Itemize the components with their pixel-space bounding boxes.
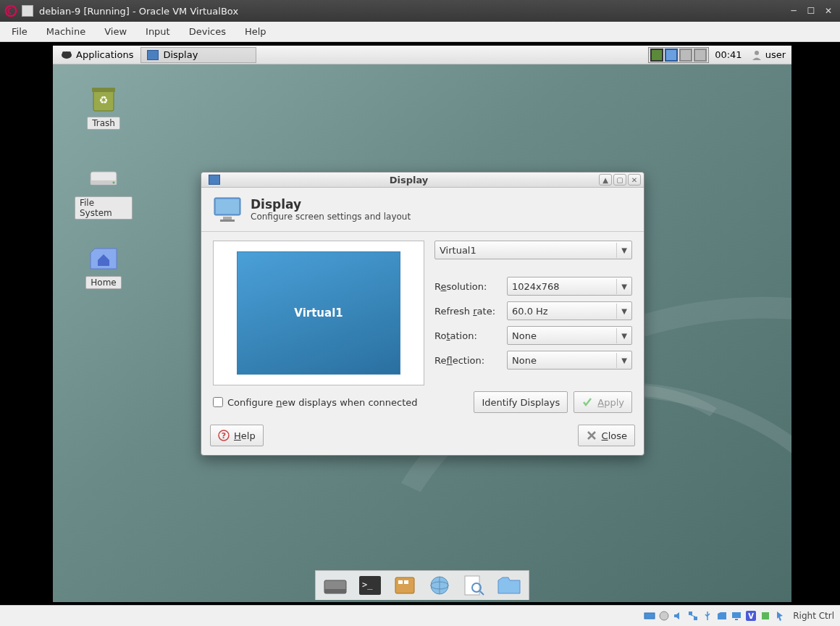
display-settings-dialog: Display ▲ ▢ ✕ Display Configure screen s…: [201, 172, 644, 456]
dialog-maximize-button[interactable]: ▢: [613, 174, 626, 185]
rotation-combo[interactable]: None ▼: [507, 326, 632, 345]
refresh-rate-value: 60.0 Hz: [512, 306, 548, 317]
svg-text:>_: >_: [362, 580, 373, 590]
svg-rect-12: [216, 199, 239, 214]
vb-optical-icon[interactable]: [658, 610, 670, 622]
vb-recording-icon[interactable]: V: [745, 610, 757, 622]
svg-point-10: [113, 182, 115, 184]
debian-logo-icon: [4, 4, 17, 17]
workspace-2[interactable]: [665, 49, 678, 62]
host-menubar: File Machine View Input Devices Help: [0, 22, 840, 42]
vb-display-icon[interactable]: [731, 610, 742, 622]
applications-label: Applications: [76, 49, 133, 60]
desktop-home-icon[interactable]: Home: [75, 241, 133, 289]
dock-terminal[interactable]: >_: [355, 572, 385, 598]
vb-mouse-integration-icon[interactable]: [774, 610, 786, 622]
vb-cpu-icon[interactable]: [760, 610, 771, 622]
workspace-1[interactable]: [650, 49, 663, 62]
menu-machine[interactable]: Machine: [42, 25, 90, 38]
panel-clock[interactable]: 00:41: [710, 49, 746, 60]
vb-shared-folders-icon[interactable]: [716, 610, 728, 622]
dialog-window-title: Display: [219, 175, 599, 185]
workspace-3[interactable]: [679, 49, 692, 62]
chevron-down-icon: ▼: [616, 353, 627, 368]
display-select-combo[interactable]: Virtual1 ▼: [434, 241, 632, 259]
workspace-4[interactable]: [694, 49, 707, 62]
menu-file[interactable]: File: [7, 25, 32, 38]
host-maximize-button[interactable]: ☐: [804, 5, 818, 17]
host-close-button[interactable]: ✕: [821, 5, 836, 17]
chevron-down-icon: ▼: [616, 279, 627, 294]
menu-help[interactable]: Help: [240, 25, 271, 38]
monitor-preview[interactable]: Virtual1: [237, 251, 400, 375]
terminal-icon: >_: [358, 575, 382, 596]
host-titlebar: debian-9 [Running] - Oracle VM VirtualBo…: [0, 0, 840, 22]
dock-find[interactable]: [459, 572, 490, 598]
taskbar-display-button[interactable]: Display: [140, 47, 256, 63]
reflection-value: None: [512, 355, 537, 366]
vb-audio-icon[interactable]: [673, 610, 684, 622]
vb-network-icon[interactable]: [687, 610, 699, 622]
refresh-rate-combo[interactable]: 60.0 Hz ▼: [507, 301, 632, 320]
chevron-down-icon: ▼: [616, 304, 627, 319]
desktop-trash-icon[interactable]: ♻ Trash: [75, 82, 133, 130]
resolution-value: 1024x768: [512, 281, 560, 292]
vm-display-area: Applications Display 00:41 user: [2, 42, 838, 605]
dialog-title: Display: [251, 197, 411, 212]
desktop-filesystem-icon[interactable]: File System: [75, 162, 133, 220]
configure-new-input[interactable]: [213, 397, 223, 407]
vb-usb-icon[interactable]: [702, 610, 713, 622]
applications-menu[interactable]: Applications: [56, 49, 138, 61]
menu-view[interactable]: View: [100, 25, 131, 38]
reflection-combo[interactable]: None ▼: [507, 351, 632, 370]
svg-rect-23: [404, 580, 408, 584]
magnifier-icon: [462, 575, 487, 596]
panel-user-menu[interactable]: user: [748, 49, 789, 61]
help-button[interactable]: ? Help: [210, 425, 264, 446]
svg-rect-32: [732, 612, 741, 618]
svg-rect-28: [644, 613, 655, 619]
svg-rect-13: [223, 217, 232, 220]
host-minimize-button[interactable]: ─: [786, 5, 801, 17]
desktop-home-label: Home: [85, 276, 121, 289]
mouse-icon: [60, 49, 73, 61]
dialog-titlebar[interactable]: Display ▲ ▢ ✕: [201, 172, 644, 188]
apply-button[interactable]: Apply: [574, 391, 632, 413]
dock-web-browser[interactable]: [424, 572, 455, 598]
svg-rect-14: [220, 220, 235, 222]
monitor-icon: [147, 50, 159, 60]
dialog-header: Display Configure screen settings and la…: [201, 188, 644, 232]
dialog-subtitle: Configure screen settings and layout: [251, 212, 411, 222]
configure-new-checkbox[interactable]: Configure new displays when connected: [213, 397, 468, 408]
svg-text:?: ?: [222, 431, 226, 441]
svg-point-29: [660, 612, 668, 620]
panel-user-label: user: [765, 49, 786, 60]
resolution-combo[interactable]: 1024x768 ▼: [507, 277, 632, 296]
resolution-label: Resolution:: [434, 281, 501, 292]
taskbar-label: Display: [163, 49, 198, 60]
identify-displays-button[interactable]: Identify Displays: [474, 391, 568, 413]
svg-rect-31: [694, 617, 697, 620]
svg-point-4: [755, 51, 759, 55]
guest-top-panel: Applications Display 00:41 user: [53, 46, 791, 64]
dock-show-desktop[interactable]: [320, 572, 350, 598]
close-button[interactable]: Close: [578, 425, 635, 446]
vbox-status-bar: V Right Ctrl: [0, 605, 840, 626]
dock-file-manager[interactable]: [390, 572, 420, 598]
reflection-label: Reflection:: [434, 355, 501, 366]
dock-folder[interactable]: [494, 572, 524, 598]
help-icon: ?: [218, 430, 230, 441]
monitor-preview-panel[interactable]: Virtual1: [213, 241, 424, 385]
globe-icon: [427, 575, 452, 596]
vb-hdd-icon[interactable]: [644, 610, 655, 622]
vb-hostkey-label[interactable]: Right Ctrl: [793, 611, 834, 621]
svg-text:♻: ♻: [99, 94, 109, 106]
monitor-icon: [209, 175, 220, 185]
svg-rect-30: [689, 612, 692, 615]
svg-text:V: V: [748, 612, 754, 620]
dialog-close-button[interactable]: ✕: [628, 174, 641, 185]
menu-devices[interactable]: Devices: [185, 25, 230, 38]
menu-input[interactable]: Input: [141, 25, 175, 38]
dialog-rollup-button[interactable]: ▲: [599, 174, 612, 185]
display-icon: [213, 195, 242, 224]
